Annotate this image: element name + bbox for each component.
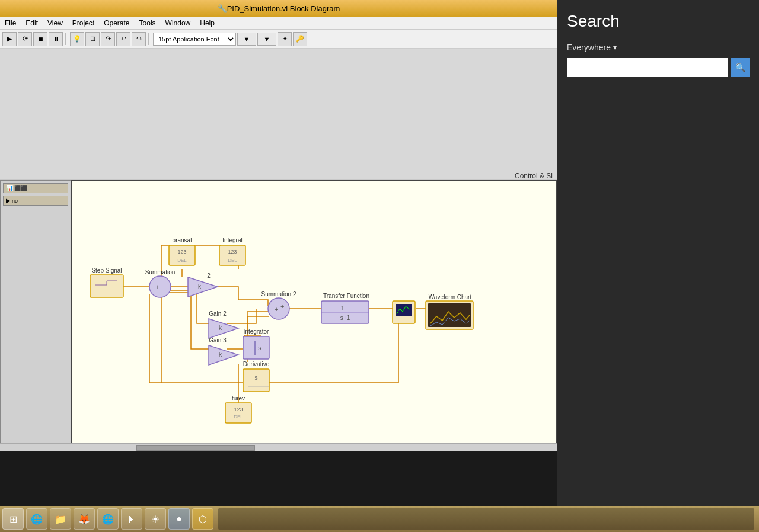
top-canvas[interactable]: Control & Si [0,49,557,179]
lp-text: ⬛⬛ [14,185,27,191]
svg-text:s: s [254,374,258,381]
step-signal-block [90,275,123,297]
svg-text:+: + [275,306,278,313]
pause-btn[interactable]: ⏸ [49,32,63,46]
svg-text:s: s [258,344,261,351]
extra-btn[interactable]: 🔑 [293,32,307,46]
svg-text:123: 123 [234,406,243,412]
taskbar-lv-btn[interactable]: ⬡ [192,508,213,530]
step-over-btn[interactable]: ↷ [101,32,115,46]
run-arrow-btn[interactable]: ▶ [2,32,17,46]
toolbar: ▶ ⟳ ⏹ ⏸ 💡 ⊞ ↷ ↩ ↪ 15pt Application Font … [0,30,557,49]
svg-text:123: 123 [228,249,237,255]
step-into-btn[interactable]: ↩ [116,32,130,46]
menu-tools[interactable]: Tools [135,18,161,28]
svg-text:−: − [161,283,165,291]
menu-file[interactable]: File [0,18,21,28]
summation2-block [268,298,289,319]
lp-box-2: ▶ no [3,196,68,206]
chevron-down-icon[interactable]: ▾ [613,43,617,52]
run-cont-btn[interactable]: ⟳ [18,32,32,46]
svg-text:+: + [155,283,160,291]
svg-text:s+1: s+1 [340,315,350,321]
svg-text:DEL: DEL [228,258,237,263]
menu-help[interactable]: Help [195,18,219,28]
menu-edit[interactable]: Edit [21,18,43,28]
search-button[interactable]: 🔍 [731,58,750,77]
sep2 [148,33,151,45]
search-scope-label: Everywhere [567,43,611,52]
left-panel: 📊 ⬛⬛ ▶ no [0,180,71,451]
summation-block [149,276,171,297]
titlebar-icon: 🔧 [218,4,227,13]
gain1-block [188,277,218,297]
taskbar: ⊞ 🌐 📁 🦊 🌐 ⏵ ☀ ● ⬡ [0,506,759,532]
clean-btn[interactable]: ✦ [278,32,292,46]
svg-text:turev: turev [232,395,245,402]
svg-text:Gain 2: Gain 2 [209,310,227,317]
svg-text:Step Signal: Step Signal [91,267,122,274]
taskbar-center-bar [218,508,754,530]
font-select[interactable]: 15pt Application Font [153,33,236,46]
titlebar-title: PID_Simulation.vi Block Diagram [227,4,340,13]
svg-text:2: 2 [207,273,211,279]
gain2-block [209,319,238,338]
svg-text:123: 123 [177,249,186,255]
hscroll-thumb[interactable] [136,445,255,451]
search-row: 🔍 [567,58,750,77]
svg-text:Gain 3: Gain 3 [209,337,227,344]
taskbar-chrome-btn[interactable]: 🌐 [97,508,119,530]
taskbar-start-btn[interactable]: ⊞ [2,508,24,530]
integrator-block [243,336,269,359]
svg-text:Integrator: Integrator [244,328,269,335]
svg-text:Summation 2: Summation 2 [261,291,296,297]
svg-text:-1: -1 [339,305,345,312]
svg-text:Transfer Function: Transfer Function [323,293,369,299]
hscrollbar[interactable] [0,443,557,451]
abort-btn[interactable]: ⏹ [33,32,47,46]
menubar: File Edit View Project Operate Tools Win… [0,17,557,30]
canvas-area: Control & Si 📊 ⬛⬛ ▶ no [0,49,557,451]
style-dropdown[interactable]: ▼ [257,33,276,46]
font-size-dropdown[interactable]: ▼ [237,33,256,46]
gain3-block [209,345,238,365]
block-diagram[interactable]: Step Signal Summation + − oransal 123 DE… [71,180,557,451]
svg-text:Summation: Summation [145,269,176,275]
lp-val: no [12,198,18,204]
titlebar: 🔧 PID_Simulation.vi Block Diagram [0,0,557,17]
control-si-text: Control & Si [515,172,553,180]
taskbar-ie-btn[interactable]: 🌐 [26,508,47,530]
taskbar-explorer-btn[interactable]: 📁 [50,508,71,530]
highlight-btn[interactable]: 💡 [70,32,84,46]
search-title: Search [567,12,750,31]
sep1 [65,33,68,45]
menu-window[interactable]: Window [161,18,196,28]
lp-box-1: 📊 ⬛⬛ [3,183,68,193]
retain-btn[interactable]: ⊞ [85,32,100,46]
taskbar-sun-btn[interactable]: ☀ [145,508,166,530]
step-out-btn[interactable]: ↪ [132,32,146,46]
diagram-svg: Step Signal Summation + − oransal 123 DE… [72,181,557,451]
lp-run-icon: ▶ [6,197,11,204]
menu-view[interactable]: View [43,18,68,28]
taskbar-media-btn[interactable]: ⏵ [121,508,142,530]
search-panel: Search Everywhere ▾ 🔍 [557,0,759,532]
search-icon: 🔍 [735,63,745,72]
menu-operate[interactable]: Operate [99,18,134,28]
svg-text:DEL: DEL [177,258,187,263]
svg-text:DEL: DEL [234,414,243,419]
svg-text:Derivative: Derivative [243,361,270,367]
lp-icon: 📊 [6,185,13,191]
svg-text:oransal: oransal [173,237,192,243]
search-input[interactable] [567,58,728,77]
taskbar-firefox-btn[interactable]: 🦊 [74,508,95,530]
svg-text:Waveform Chart: Waveform Chart [429,294,472,300]
search-scope-row: Everywhere ▾ [567,43,750,52]
menu-project[interactable]: Project [68,18,99,28]
svg-text:Integral: Integral [222,237,242,243]
taskbar-circle-btn[interactable]: ● [168,508,190,530]
svg-text:+: + [280,303,284,310]
